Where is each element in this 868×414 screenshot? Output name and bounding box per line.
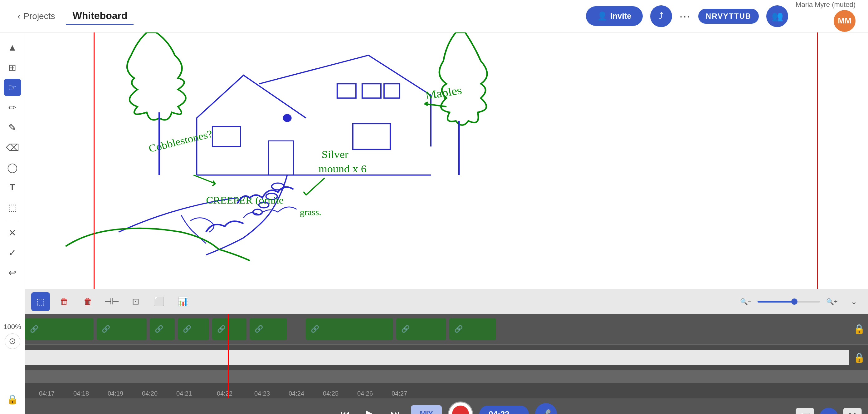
clip-8[interactable]: 🔗 bbox=[396, 318, 446, 340]
timecode-display[interactable]: 04:22 ⌄ bbox=[479, 406, 529, 414]
ruler-mark-1: 04:18 bbox=[73, 390, 89, 397]
projects-label: Projects bbox=[23, 11, 55, 21]
playhead-track bbox=[228, 314, 229, 383]
tool-check[interactable]: ✓ bbox=[4, 244, 21, 261]
top-bar-left: ‹ Projects Whiteboard bbox=[12, 7, 133, 25]
fast-forward-button[interactable]: ⏭ bbox=[386, 405, 405, 414]
whiteboard-drawing: Maples Cobblestones? Silver mound x 6 CR… bbox=[25, 32, 868, 289]
svg-point-27 bbox=[283, 114, 292, 122]
more-options-button[interactable]: ··· bbox=[680, 10, 691, 23]
zoom-fit-button[interactable]: ⊙ bbox=[5, 333, 20, 349]
ruler-mark-4: 04:21 bbox=[176, 390, 192, 397]
tool-eraser[interactable]: ⌫ bbox=[4, 139, 21, 156]
share-icon: ⤴ bbox=[659, 11, 663, 21]
back-arrow-icon: ‹ bbox=[18, 11, 20, 21]
track-1-lock[interactable]: 🔒 bbox=[853, 323, 865, 334]
ruler-mark-3: 04:20 bbox=[142, 390, 158, 397]
track-2-lock[interactable]: 🔒 bbox=[853, 352, 865, 363]
group-users-icon: 👥 bbox=[772, 10, 783, 22]
fullscreen-button[interactable]: ⛶ bbox=[843, 408, 862, 414]
timecode-value: 04:22 bbox=[489, 409, 509, 414]
clip-3[interactable]: 🔗 bbox=[150, 318, 175, 340]
play-button[interactable]: ▶ bbox=[361, 405, 380, 414]
delete-clip-button[interactable]: 🗑 bbox=[55, 292, 74, 311]
clip-7[interactable]: 🔗 bbox=[306, 318, 393, 340]
timeline-area: ⬚ 🗑 🗑 ⊣⊢ ⊡ ⬜ 📊 🔍− 🔍+ ⌄ 🔗 bbox=[25, 289, 868, 414]
collapse-timeline-button[interactable]: ⌄ bbox=[846, 294, 862, 309]
ruler-mark-9: 04:26 bbox=[357, 390, 373, 397]
svg-text:grass.: grass. bbox=[300, 207, 321, 217]
tool-undo[interactable]: ↩ bbox=[4, 264, 21, 281]
overwrite-button[interactable]: ⬜ bbox=[150, 292, 168, 311]
split-button[interactable]: ⊣⊢ bbox=[102, 292, 121, 311]
zoom-slider[interactable] bbox=[757, 301, 820, 302]
timeline-tracks: 🔗 🔗 🔗 🔗 🔗 🔗 🔗 bbox=[25, 314, 868, 383]
tool-add-frame[interactable]: ⊞ bbox=[4, 59, 21, 76]
clip-5[interactable]: 🔗 bbox=[212, 318, 247, 340]
ruler-mark-6: 04:23 bbox=[254, 390, 270, 397]
left-boundary-line bbox=[94, 32, 95, 289]
zoom-in-button[interactable]: 🔍+ bbox=[823, 292, 841, 311]
svg-rect-3 bbox=[212, 126, 240, 146]
timecode-chevron: ⌄ bbox=[513, 409, 520, 414]
mix-button[interactable]: MIX bbox=[411, 405, 442, 414]
clip-link-icon-7: 🔗 bbox=[306, 325, 324, 333]
clip-link-icon-2: 🔗 bbox=[97, 325, 115, 333]
svg-line-24 bbox=[306, 192, 309, 195]
svg-rect-4 bbox=[337, 84, 356, 98]
add-button[interactable]: + bbox=[819, 408, 838, 414]
top-bar-right: 👤 Invite ⤴ ··· NRVYTTUB 👥 Maria Myre (mu… bbox=[586, 1, 856, 32]
tool-select[interactable]: ☞ bbox=[4, 79, 21, 96]
timeline-ruler: 04:17 04:18 04:19 04:20 04:21 04:22 04:2… bbox=[25, 383, 868, 398]
clip-link-icon-4: 🔗 bbox=[178, 325, 196, 333]
right-boundary-line bbox=[817, 32, 818, 289]
delete-gap-button[interactable]: 🗑 bbox=[79, 292, 97, 311]
top-bar: ‹ Projects Whiteboard 👤 Invite ⤴ ··· NRV… bbox=[0, 0, 868, 32]
clip-2[interactable]: 🔗 bbox=[97, 318, 147, 340]
clip-4[interactable]: 🔗 bbox=[178, 318, 209, 340]
zoom-label: 100% bbox=[3, 323, 21, 331]
mic-button[interactable]: 🎤 bbox=[535, 403, 557, 414]
record-inner bbox=[452, 406, 469, 414]
svg-text:Silver: Silver bbox=[322, 149, 349, 160]
invite-button[interactable]: 👤 Invite bbox=[586, 6, 643, 26]
svg-rect-5 bbox=[362, 84, 381, 98]
screen-mode-button[interactable]: ⬜ bbox=[796, 408, 814, 414]
svg-text:Cobblestones?: Cobblestones? bbox=[147, 128, 214, 154]
svg-rect-6 bbox=[384, 84, 400, 98]
left-toolbar: ▲ ⊞ ☞ ✏ ✎ ⌫ ◯ T ⬚ ✕ ✓ ↩ 100% ⊙ 🔒 bbox=[0, 32, 25, 414]
user-chip: NRVYTTUB bbox=[698, 9, 759, 24]
whiteboard-canvas[interactable]: Maples Cobblestones? Silver mound x 6 CR… bbox=[25, 32, 868, 289]
svg-line-17 bbox=[193, 175, 215, 184]
lift-button[interactable]: ⊡ bbox=[126, 292, 145, 311]
rewind-button[interactable]: ⏮ bbox=[336, 405, 355, 414]
clip-1[interactable]: 🔗 bbox=[25, 318, 94, 340]
tool-shapes[interactable]: ◯ bbox=[4, 158, 21, 176]
group-icon: 👥 bbox=[766, 5, 788, 27]
tool-text[interactable]: T bbox=[4, 179, 21, 196]
clip-6[interactable]: 🔗 bbox=[250, 318, 287, 340]
svg-text:mound x 6: mound x 6 bbox=[318, 163, 367, 174]
back-button[interactable]: ‹ Projects bbox=[12, 9, 60, 24]
tool-pen[interactable]: ✏ bbox=[4, 99, 21, 116]
tool-selection-box[interactable]: ⬚ bbox=[4, 199, 21, 216]
zoom-out-button[interactable]: 🔍− bbox=[736, 292, 755, 311]
clip-9[interactable]: 🔗 bbox=[449, 318, 496, 340]
select-clip-button[interactable]: ⬚ bbox=[31, 292, 50, 311]
ruler-mark-5: 04:22 bbox=[217, 390, 232, 397]
tool-lock[interactable]: 🔒 bbox=[4, 390, 21, 408]
clip-link-icon-1: 🔗 bbox=[25, 325, 43, 333]
record-button[interactable] bbox=[448, 402, 473, 414]
svg-rect-2 bbox=[269, 141, 293, 175]
playback-bar: ⏮ ▶ ⏭ MIX 04:22 ⌄ 🎤 ⬜ + ⛶ bbox=[25, 398, 868, 414]
invite-person-icon: 👤 bbox=[597, 11, 607, 21]
whiteboard-tab[interactable]: Whiteboard bbox=[66, 7, 133, 25]
tool-close[interactable]: ✕ bbox=[4, 224, 21, 241]
timeline-toolbar: ⬚ 🗑 🗑 ⊣⊢ ⊡ ⬜ 📊 🔍− 🔍+ ⌄ bbox=[25, 289, 868, 314]
svg-text:Maples: Maples bbox=[424, 84, 463, 102]
tool-up[interactable]: ▲ bbox=[4, 39, 21, 56]
tool-pencil[interactable]: ✎ bbox=[4, 119, 21, 136]
share-button[interactable]: ⤴ bbox=[650, 5, 672, 27]
audio-levels-button[interactable]: 📊 bbox=[174, 292, 192, 311]
audio-clip[interactable] bbox=[25, 350, 849, 365]
